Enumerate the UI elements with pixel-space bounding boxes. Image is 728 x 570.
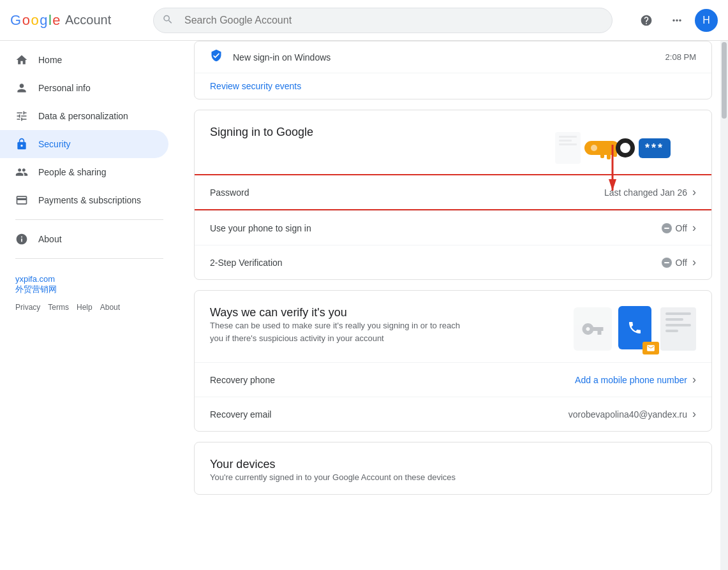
activity-time: 2:08 PM <box>665 52 696 62</box>
annotation-step1: 第1步，下拉 <box>651 110 712 112</box>
sidebar-item-security[interactable]: Security <box>0 130 168 158</box>
recovery-email-row[interactable]: Recovery email vorobevapolina40@yandex.r… <box>195 397 711 431</box>
doc-icon <box>660 307 696 351</box>
verify-section-desc: These can be used to make sure it's real… <box>210 319 465 344</box>
phone-signin-chevron-icon: › <box>692 221 696 235</box>
footer-link-help[interactable]: Help <box>77 303 93 312</box>
google-logo: Google <box>10 12 60 29</box>
footer-links: Privacy Terms Help About <box>15 303 163 312</box>
signing-section: Signing in to Google 第2步，点击该位置 第1步，下拉 <box>194 110 712 280</box>
recent-activity-card: New sign-in on Windows 2:08 PM Review se… <box>194 41 712 99</box>
activity-check-icon <box>210 49 223 65</box>
footer-tagline: 外贸营销网 <box>15 284 163 295</box>
phone-signin-row[interactable]: Use your phone to sign in Off › <box>195 210 711 245</box>
sidebar: Home Personal info Data & personalizatio… <box>0 41 179 570</box>
page-layout: Home Personal info Data & personalizatio… <box>0 41 728 570</box>
user-avatar[interactable]: Н <box>695 9 718 32</box>
devices-section: Your devices You're currently signed in … <box>194 442 712 495</box>
apps-button[interactable] <box>664 8 690 33</box>
sidebar-label-payments: Payments & subscriptions <box>38 195 141 205</box>
2step-row[interactable]: 2-Step Verification Off › <box>195 245 711 279</box>
tune-icon <box>15 110 28 122</box>
search-input[interactable] <box>153 8 613 33</box>
recovery-phone-row[interactable]: Recovery phone Add a mobile phone number… <box>195 362 711 397</box>
logo-area: Google Account <box>10 12 138 29</box>
devices-desc: You're currently signed in to your Googl… <box>210 471 456 484</box>
sidebar-item-payments[interactable]: Payments & subscriptions <box>0 186 168 214</box>
section-header-signing: Signing in to Google 第2步，点击该位置 第1步，下拉 <box>195 110 711 174</box>
sidebar-item-people[interactable]: People & sharing <box>0 158 168 186</box>
sidebar-label-personal-info: Personal info <box>38 83 91 93</box>
phone-with-badge <box>618 306 654 352</box>
phone-signin-status-text: Off <box>676 223 687 233</box>
2step-label: 2-Step Verification <box>210 258 662 268</box>
footer-link-about[interactable]: About <box>100 303 120 312</box>
scrollbar-track <box>720 41 728 570</box>
phone-off-icon <box>662 223 672 233</box>
arrow-down-svg <box>593 145 632 196</box>
verify-section: Ways we can verify it's you These can be… <box>194 290 712 432</box>
sidebar-footer: yxpifa.com 外贸营销网 Privacy Terms Help Abou… <box>0 264 179 322</box>
recovery-phone-label: Recovery phone <box>210 375 575 385</box>
sidebar-item-about[interactable]: About <box>0 225 168 253</box>
sidebar-label-home: Home <box>38 55 62 65</box>
sidebar-item-data[interactable]: Data & personalization <box>0 102 168 130</box>
sidebar-label-about: About <box>38 234 62 244</box>
footer-link-terms[interactable]: Terms <box>48 303 69 312</box>
sidebar-label-people: People & sharing <box>38 167 107 177</box>
footer-site: yxpifa.com <box>15 274 163 284</box>
activity-text: New sign-in on Windows <box>233 52 655 62</box>
2step-off-icon <box>662 258 672 268</box>
signing-illustration: 第2步，点击该位置 第1步，下拉 <box>555 126 696 164</box>
verify-section-header: Ways we can verify it's you These can be… <box>195 291 711 362</box>
person-icon <box>15 82 28 94</box>
devices-section-header: Your devices You're currently signed in … <box>195 442 711 494</box>
sidebar-label-data: Data & personalization <box>38 111 128 121</box>
2step-status: Off <box>662 258 687 268</box>
verify-section-title: Ways we can verify it's you <box>210 306 465 319</box>
home-icon <box>15 54 28 66</box>
sidebar-divider-2 <box>15 258 163 259</box>
scrollbar-thumb[interactable] <box>722 42 727 119</box>
activity-row[interactable]: New sign-in on Windows 2:08 PM <box>195 41 711 73</box>
sidebar-item-personal-info[interactable]: Personal info <box>0 74 168 102</box>
password-setting-row[interactable]: Password Last changed Jan 26 › <box>194 174 712 210</box>
search-icon <box>162 13 174 27</box>
sidebar-item-home[interactable]: Home <box>0 46 168 74</box>
recovery-phone-chevron: › <box>692 373 696 386</box>
account-label: Account <box>65 13 111 27</box>
annotation-step2: 第2步，点击该位置 <box>517 110 615 112</box>
phone-signin-label: Use your phone to sign in <box>210 223 662 233</box>
credit-card-icon <box>15 194 28 207</box>
recovery-email-value: vorobevapolina40@yandex.ru <box>568 409 687 420</box>
help-button[interactable] <box>634 8 659 33</box>
devices-title: Your devices <box>210 458 456 471</box>
phone-signin-status: Off <box>662 223 687 233</box>
2step-chevron-icon: › <box>692 256 696 269</box>
recovery-email-label: Recovery email <box>210 409 568 420</box>
password-badge: *** <box>639 138 671 158</box>
password-label: Password <box>210 187 604 198</box>
footer-link-privacy[interactable]: Privacy <box>15 303 40 312</box>
recovery-phone-value: Add a mobile phone number <box>575 375 687 385</box>
verify-illustration <box>574 306 696 352</box>
main-content: New sign-in on Windows 2:08 PM Review se… <box>179 41 727 570</box>
people-icon <box>15 166 28 179</box>
review-link[interactable]: Review security events <box>195 73 711 99</box>
signing-section-title: Signing in to Google <box>210 126 313 139</box>
password-chevron-icon: › <box>692 186 696 199</box>
recovery-email-chevron: › <box>692 407 696 421</box>
info-icon <box>15 233 28 245</box>
header-actions: Н <box>634 8 718 33</box>
sidebar-label-security: Security <box>38 139 71 149</box>
2step-status-text: Off <box>676 258 687 268</box>
sidebar-divider <box>15 219 163 220</box>
keys-bg-icon <box>574 307 612 351</box>
header: Google Account Н <box>0 0 728 41</box>
search-bar <box>153 8 613 33</box>
lock-icon <box>15 138 28 150</box>
